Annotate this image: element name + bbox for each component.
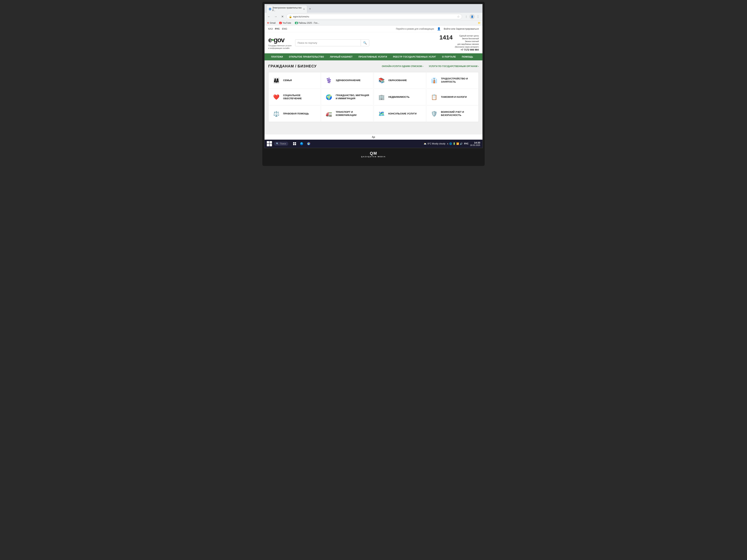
search-button[interactable]: 🔍 <box>361 39 369 46</box>
site-logo[interactable]: e•gov <box>268 36 291 44</box>
contact-section: 1414 Единый контакт-центр Звонок бесплат… <box>439 34 479 51</box>
tab-close-button[interactable]: × <box>303 7 305 10</box>
top-right-bar: Перейти в режим для слабовидящих 👤 Войти… <box>396 27 479 31</box>
visually-impaired-link[interactable]: Перейти в режим для слабовидящих <box>396 28 434 30</box>
site-header: e•gov Государственные услуги и информаци… <box>264 32 483 53</box>
taskbar: 🔍 Поиск <box>264 140 483 148</box>
service-military[interactable]: 🛡️ ВОИНСКИЙ УЧЕТ И БЕЗОПАСНОСТЬ <box>426 106 479 122</box>
logo-section: e•gov Государственные услуги и информаци… <box>268 36 291 50</box>
service-education-label: ОБРАЗОВАНИЕ <box>388 79 407 82</box>
service-employment[interactable]: 👔 ТРУДОУСТРОЙСТВО И ЗАНЯТОСТЬ <box>426 72 479 88</box>
taskbar-chrome[interactable] <box>306 141 312 147</box>
sheets-label: Районы 2025 - Гоо... <box>299 22 319 24</box>
user-icon: 👤 <box>437 27 441 31</box>
service-transport[interactable]: 🚛 ТРАНСПОРТ И КОММУНИКАЦИИ <box>321 106 373 122</box>
gov-services-link[interactable]: УСЛУГИ ПО ГОСУДАРСТВЕННЫМ ОРГАНАМ › <box>429 65 479 68</box>
profile-button[interactable]: 👤 <box>469 14 475 19</box>
nav-help[interactable]: ПОМОЩЬ <box>459 53 476 60</box>
wifi-icon[interactable]: 📶 <box>456 142 459 145</box>
search-bar[interactable]: 🔍 <box>295 39 369 46</box>
bookmark-gmail[interactable]: M Gmail <box>266 21 276 25</box>
tab-title: Электронное правительство Р... <box>272 6 302 12</box>
service-employment-label: ТРУДОУСТРОЙСТВО И ЗАНЯТОСТЬ <box>441 77 475 83</box>
new-tab-button[interactable]: + <box>307 6 313 12</box>
taskbar-right: 🌥️ 8°C Mostly cloudy ∧ 🌐 🔋 📶 🔊 РУС 14:33… <box>424 141 480 146</box>
service-family[interactable]: 👨‍👩‍👧 СЕМЬЯ <box>268 72 321 88</box>
weather-info: 🌥️ 8°C Mostly cloudy <box>424 142 445 145</box>
windows-start-button[interactable] <box>267 141 272 146</box>
lang-rus[interactable]: РУС <box>275 27 280 30</box>
nav-proactive[interactable]: ПРОАКТИВНЫЕ УСЛУГИ <box>356 53 390 60</box>
logo-tagline: Государственные услуги и информация онла… <box>268 44 291 50</box>
url-bar[interactable]: 🔒 ☆ <box>286 14 462 19</box>
service-legal-icon: ⚖️ <box>272 109 281 118</box>
service-customs[interactable]: 📋 ТАМОЖНЯ И НАЛОГИ <box>426 89 479 105</box>
bookmark-sheets[interactable]: ◼ Районы 2025 - Гоо... <box>294 21 320 25</box>
tab-favicon: e <box>269 8 271 10</box>
service-transport-label: ТРАНСПОРТ И КОММУНИКАЦИИ <box>336 111 370 117</box>
gmail-label: Gmail <box>270 22 276 24</box>
lang-kaz[interactable]: КАЗ <box>268 27 273 30</box>
folder-icon[interactable]: 📁 <box>478 22 481 24</box>
nav-registry[interactable]: РЕЕСТР ГОСУДАРСТВЕННЫХ УСЛУГ <box>390 53 439 60</box>
weather-icon: 🌥️ <box>424 142 427 145</box>
service-education-icon: 📚 <box>377 76 386 85</box>
service-realestate-label: НЕДВИЖИМОСТЬ <box>388 96 409 99</box>
language-indicator: РУС <box>464 142 468 145</box>
browser-chrome: e Электронное правительство Р... × + ← →… <box>264 4 483 26</box>
bookmark-star-icon[interactable]: ☆ <box>457 15 460 18</box>
nav-payments[interactable]: ПЛАТЕЖИ <box>268 53 286 60</box>
service-consular-icon: 🗺️ <box>377 109 386 118</box>
service-customs-label: ТАМОЖНЯ И НАЛОГИ <box>441 96 467 99</box>
back-button[interactable]: ← <box>266 14 272 19</box>
hp-logo: hp <box>264 134 483 140</box>
nav-about[interactable]: О ПОРТАЛЕ <box>439 53 459 60</box>
service-customs-icon: 📋 <box>430 92 439 102</box>
service-family-label: СЕМЬЯ <box>283 79 292 82</box>
service-realestate-icon: 🏢 <box>377 92 386 102</box>
login-link[interactable]: Войти или Зарегистрироваться <box>444 27 479 30</box>
active-tab[interactable]: e Электронное правительство Р... × <box>266 5 307 13</box>
taskbar-multiview[interactable] <box>292 141 298 147</box>
volume-icon[interactable]: 🔊 <box>460 142 463 145</box>
service-social[interactable]: ❤️ СОЦИАЛЬНОЕ ОБЕСПЕЧЕНИЕ <box>268 89 321 105</box>
taskbar-search-label: Поиск <box>280 142 286 145</box>
url-input[interactable] <box>293 15 456 18</box>
service-military-label: ВОИНСКИЙ УЧЕТ И БЕЗОПАСНОСТЬ <box>441 111 475 117</box>
website: КАЗ РУС ENG Перейти в режим для слабовид… <box>264 26 483 134</box>
battery-icon[interactable]: 🔋 <box>453 142 456 145</box>
taskbar-edge[interactable] <box>299 141 305 147</box>
contact-info: Единый контакт-центр Звонок бесплатный З… <box>455 34 479 48</box>
extensions-button[interactable]: ⋮ <box>464 14 469 19</box>
lang-eng[interactable]: ENG <box>282 27 287 30</box>
forward-button[interactable]: → <box>273 14 278 19</box>
bookmarks-bar: M Gmail ▶ YouTube ◼ Районы 2025 - Гоо...… <box>264 20 483 25</box>
refresh-button[interactable]: ✕ <box>280 14 285 19</box>
network-icon[interactable]: 🌐 <box>449 142 452 145</box>
system-icons: ∧ 🌐 🔋 📶 🔊 <box>447 142 463 145</box>
service-citizenship[interactable]: 🌍 ГРАЖДАНСТВО, МИГРАЦИЯ И ИММИГРАЦИЯ <box>321 89 373 105</box>
nav-open-gov[interactable]: ОТКРЫТОЕ ПРАВИТЕЛЬСТВО <box>286 53 327 60</box>
service-health-label: ЗДРАВООХРАНЕНИЕ <box>336 79 361 82</box>
service-legal[interactable]: ⚖️ ПРАВОВАЯ ПОМОЩЬ <box>268 106 321 122</box>
main-content: ГРАЖДАНАМ / БИЗНЕСУ ОНЛАЙН-УСЛУГИ ОДНИМ … <box>264 60 483 134</box>
online-services-link[interactable]: ОНЛАЙН-УСЛУГИ ОДНИМ СПИСКОМ › <box>382 65 423 68</box>
service-education[interactable]: 📚 ОБРАЗОВАНИЕ <box>374 72 426 88</box>
bookmarks-more: 📁 <box>478 22 481 24</box>
service-realestate[interactable]: 🏢 НЕДВИЖИМОСТЬ <box>374 89 426 105</box>
main-navigation: ПЛАТЕЖИ ОТКРЫТОЕ ПРАВИТЕЛЬСТВО ЛИЧНЫЙ КА… <box>264 53 483 60</box>
notifications-icon[interactable]: ∧ <box>447 142 448 145</box>
nav-personal[interactable]: ЛИЧНЫЙ КАБИНЕТ <box>327 53 356 60</box>
service-consular[interactable]: 🗺️ КОНСУЛЬСКИЕ УСЛУГИ <box>374 106 426 122</box>
youtube-icon: ▶ <box>279 22 282 24</box>
service-consular-label: КОНСУЛЬСКИЕ УСЛУГИ <box>388 112 416 115</box>
svg-rect-0 <box>293 142 294 143</box>
youtube-label: YouTube <box>282 22 291 24</box>
bookmark-youtube[interactable]: ▶ YouTube <box>279 21 292 25</box>
service-social-icon: ❤️ <box>272 92 281 102</box>
search-input[interactable] <box>295 40 361 46</box>
service-health[interactable]: ⚕️ ЗДРАВООХРАНЕНИЕ <box>321 72 373 88</box>
taskbar-search-box[interactable]: 🔍 Поиск <box>274 142 288 146</box>
menu-button[interactable]: ⋮ <box>475 14 481 19</box>
services-grid: 👨‍👩‍👧 СЕМЬЯ ⚕️ ЗДРАВООХРАНЕНИЕ 📚 ОБРАЗОВ… <box>268 72 479 122</box>
